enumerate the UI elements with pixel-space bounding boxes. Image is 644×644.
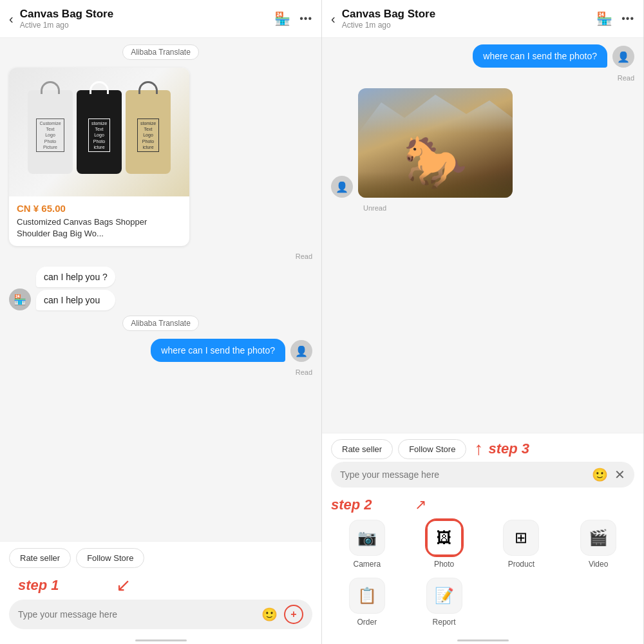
report-label: Report (433, 618, 456, 627)
rate-seller-btn-left[interactable]: Rate seller (9, 548, 71, 568)
store-icon-right[interactable]: 🏪 (596, 11, 612, 26)
product-media-item[interactable]: ⊞ Product (486, 520, 558, 569)
close-icon-right[interactable]: ✕ (614, 467, 625, 482)
scrollbar-left (135, 639, 187, 641)
bottom-actions-right: Rate seller Follow Store ↑ step 3 🙂 ✕ st… (322, 433, 643, 636)
rate-seller-btn-right[interactable]: Rate seller (331, 439, 393, 459)
left-header: ‹ Canvas Bag Store Active 1m ago 🏪 ••• (0, 0, 321, 38)
step3-label: step 3 (488, 440, 529, 457)
msg-input-row-left: 🙂 + (9, 600, 312, 629)
follow-store-btn-left[interactable]: Follow Store (76, 548, 144, 568)
photo-media-item[interactable]: 🖼 Photo (408, 520, 480, 569)
product-card-left[interactable]: CustomizeTextLogoPhotoPicture stomizeTex… (9, 68, 189, 246)
media-grid-row1: 📷 Camera 🖼 Photo ⊞ Product 🎬 Video (322, 513, 643, 578)
camera-label: Camera (354, 560, 381, 569)
store-info-right: Canvas Bag Store Active 1m ago (342, 8, 591, 30)
bubble-incoming-2: can I help you (36, 290, 115, 310)
message-input-left[interactable] (18, 609, 255, 620)
user-avatar-right: 👤 (612, 46, 634, 68)
video-icon-circle: 🎬 (580, 520, 616, 556)
horse-image: 🐎 (358, 88, 513, 198)
read-label-right: Read (331, 74, 634, 82)
message-input-right[interactable] (340, 469, 585, 480)
step2-label: step 2 (331, 497, 372, 513)
order-label: Order (357, 618, 377, 627)
outgoing-bubble-left: where can I send the photo? (151, 339, 285, 362)
header-icons-left: 🏪 ••• (274, 11, 312, 26)
outgoing-bubble-right: where can I send the photo? (473, 44, 607, 68)
emoji-icon-left[interactable]: 🙂 (261, 607, 278, 622)
camera-icon-circle: 📷 (349, 520, 385, 556)
product-price: CN ¥ 65.00 (17, 203, 182, 214)
translate-badge-left: Alibaba Translate (122, 44, 199, 60)
chat-body-right: 👤 where can I send the photo? Read 👤 🐎 U… (322, 38, 643, 433)
bubble-incoming-1: can I help you ? (36, 267, 115, 287)
order-icon-circle: 📋 (349, 578, 385, 614)
product-icon-circle: ⊞ (503, 520, 539, 556)
unread-label-right: Unread (331, 204, 634, 212)
bottom-actions-left: Rate seller Follow Store step 1 ↙ 🙂 + (0, 541, 321, 636)
translate-badge-left-2: Alibaba Translate (122, 316, 199, 331)
bag-container: CustomizeTextLogoPhotoPicture stomizeTex… (21, 84, 177, 180)
camera-media-item[interactable]: 📷 Camera (331, 520, 403, 569)
msg-group-1: can I help you ? can I help you (36, 267, 115, 310)
bag-beige: stomizeTextLogoPhotoicture (126, 90, 171, 174)
report-icon-circle: 📝 (426, 578, 462, 614)
right-header: ‹ Canvas Bag Store Active 1m ago 🏪 ••• (322, 0, 643, 38)
more-icon-right[interactable]: ••• (621, 13, 634, 24)
back-button-left[interactable]: ‹ (9, 12, 14, 26)
seller-avatar-right: 👤 (331, 176, 353, 198)
product-image-left: CustomizeTextLogoPhotoPicture stomizeTex… (9, 68, 189, 196)
chat-body-left: Alibaba Translate CustomizeTextLogoPhoto… (0, 38, 321, 541)
bag-white: CustomizeTextLogoPhotoPicture (28, 90, 73, 174)
add-button-left[interactable]: + (284, 605, 303, 624)
store-name-left: Canvas Bag Store (20, 8, 269, 21)
read-label-1: Read (9, 252, 312, 260)
store-icon-left[interactable]: 🏪 (274, 11, 290, 26)
media-grid-row2: 📋 Order 📝 Report (322, 578, 643, 636)
store-name-right: Canvas Bag Store (342, 8, 591, 21)
report-media-item[interactable]: 📝 Report (408, 578, 480, 627)
action-buttons-left: Rate seller Follow Store (9, 548, 312, 568)
product-name: Customized Canvas Bags Shopper Shoulder … (17, 216, 182, 240)
left-panel: ‹ Canvas Bag Store Active 1m ago 🏪 ••• A… (0, 0, 322, 644)
msg-input-row-right: 🙂 ✕ (331, 462, 634, 488)
incoming-msg-row-1: 🏪 can I help you ? can I help you (9, 267, 312, 310)
product-info: CN ¥ 65.00 Customized Canvas Bags Shoppe… (9, 196, 189, 246)
user-avatar-left: 👤 (290, 340, 312, 362)
video-media-item[interactable]: 🎬 Video (562, 520, 634, 569)
horse-msg-row: 👤 🐎 (331, 88, 634, 198)
store-status-left: Active 1m ago (20, 21, 269, 30)
store-info-left: Canvas Bag Store Active 1m ago (20, 8, 269, 30)
product-label: Product (508, 560, 535, 569)
mountain-bg (358, 95, 513, 133)
video-label: Video (589, 560, 608, 569)
step1-label: step 1 (18, 577, 59, 594)
back-button-right[interactable]: ‹ (331, 12, 336, 26)
more-icon-left[interactable]: ••• (299, 13, 312, 24)
seller-avatar-1: 🏪 (9, 289, 31, 310)
store-status-right: Active 1m ago (342, 21, 591, 30)
follow-store-btn-right[interactable]: Follow Store (398, 439, 466, 459)
right-panel: ‹ Canvas Bag Store Active 1m ago 🏪 ••• 👤… (322, 0, 644, 644)
bag-black: stomizeTextLogoPhotoicture (77, 90, 122, 174)
header-icons-right: 🏪 ••• (596, 11, 634, 26)
scrollbar-right (457, 639, 509, 641)
order-media-item[interactable]: 📋 Order (331, 578, 403, 627)
read-label-2: Read (9, 368, 312, 376)
outgoing-msg-row-right: 👤 where can I send the photo? (331, 44, 634, 68)
outgoing-msg-row-left: 👤 where can I send the photo? (9, 339, 312, 362)
photo-icon-circle: 🖼 (426, 520, 462, 556)
emoji-icon-right[interactable]: 🙂 (592, 467, 608, 482)
photo-label: Photo (434, 560, 454, 569)
